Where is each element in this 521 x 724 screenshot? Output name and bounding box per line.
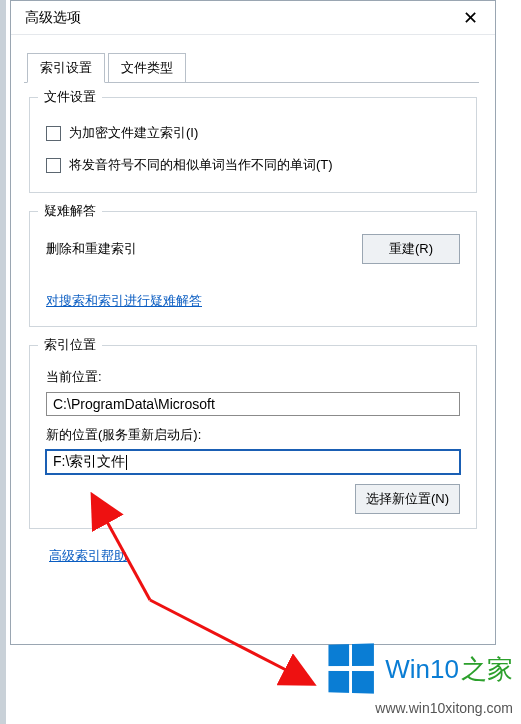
- checkbox-icon[interactable]: [46, 126, 61, 141]
- window-title: 高级选项: [25, 9, 455, 27]
- group-troubleshoot: 疑难解答 删除和重建索引 重建(R) 对搜索和索引进行疑难解答: [29, 211, 477, 327]
- label-rebuild-desc: 删除和重建索引: [46, 240, 137, 258]
- watermark-brand-1: Win10: [385, 654, 459, 685]
- browse-location-button[interactable]: 选择新位置(N): [355, 484, 460, 514]
- tab-index-settings[interactable]: 索引设置: [27, 53, 105, 83]
- windows-logo-icon: [329, 643, 378, 695]
- legend-index-location: 索引位置: [38, 336, 102, 354]
- close-icon[interactable]: ✕: [455, 9, 485, 27]
- legend-file-settings: 文件设置: [38, 88, 102, 106]
- row-index-encrypted[interactable]: 为加密文件建立索引(I): [46, 124, 460, 142]
- troubleshoot-link[interactable]: 对搜索和索引进行疑难解答: [46, 293, 202, 308]
- advanced-options-dialog: 高级选项 ✕ 索引设置 文件类型 文件设置 为加密文件建立索引(I) 将发音符号…: [10, 0, 496, 645]
- tab-strip: 索引设置 文件类型: [27, 53, 495, 83]
- watermark-logo: Win10 之家: [327, 644, 513, 694]
- new-location-input[interactable]: F:\索引文件: [46, 450, 460, 474]
- legend-troubleshoot: 疑难解答: [38, 202, 102, 220]
- group-file-settings: 文件设置 为加密文件建立索引(I) 将发音符号不同的相似单词当作不同的单词(T): [29, 97, 477, 193]
- label-current-location: 当前位置:: [46, 368, 460, 386]
- current-location-value: C:\ProgramData\Microsoft: [53, 396, 215, 412]
- advanced-help-link[interactable]: 高级索引帮助: [49, 548, 127, 563]
- group-index-location: 索引位置 当前位置: C:\ProgramData\Microsoft 新的位置…: [29, 345, 477, 529]
- text-caret: [126, 455, 127, 470]
- checkbox-icon[interactable]: [46, 158, 61, 173]
- row-diacritics[interactable]: 将发音符号不同的相似单词当作不同的单词(T): [46, 156, 460, 174]
- watermark-brand-2: 之家: [461, 652, 513, 687]
- current-location-field: C:\ProgramData\Microsoft: [46, 392, 460, 416]
- label-diacritics: 将发音符号不同的相似单词当作不同的单词(T): [69, 156, 333, 174]
- tab-file-types[interactable]: 文件类型: [108, 53, 186, 83]
- dialog-body: 文件设置 为加密文件建立索引(I) 将发音符号不同的相似单词当作不同的单词(T)…: [11, 83, 495, 573]
- new-location-value: F:\索引文件: [53, 453, 125, 471]
- watermark-url: www.win10xitong.com: [375, 700, 513, 716]
- label-new-location: 新的位置(服务重新启动后):: [46, 426, 460, 444]
- label-index-encrypted: 为加密文件建立索引(I): [69, 124, 198, 142]
- left-edge-strip: [0, 0, 6, 724]
- rebuild-button[interactable]: 重建(R): [362, 234, 460, 264]
- title-bar: 高级选项 ✕: [11, 1, 495, 35]
